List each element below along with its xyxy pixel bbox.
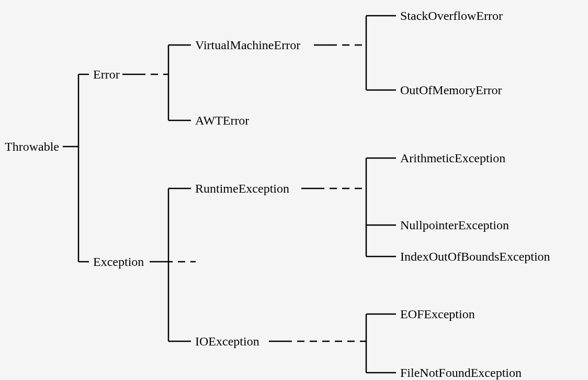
node-stackoverflowerror: StackOverflowError <box>400 9 503 22</box>
node-filenotfoundexception: FileNotFoundException <box>400 366 522 379</box>
node-error: Error <box>93 68 120 81</box>
node-ioexception: IOException <box>195 335 259 348</box>
node-nullpointerexception: NullpointerException <box>400 219 509 231</box>
node-indexoutofboundsexception: IndexOutOfBoundsException <box>400 250 550 263</box>
node-awterror: AWTError <box>195 114 249 127</box>
node-outofmemoryerror: OutOfMemoryError <box>400 84 502 96</box>
connector-lines <box>0 0 588 380</box>
hierarchy-diagram: Throwable Error Exception VirtualMachine… <box>0 0 588 380</box>
node-runtimeexception: RuntimeException <box>195 182 289 195</box>
node-throwable: Throwable <box>5 140 59 153</box>
node-exception: Exception <box>93 255 144 268</box>
node-arithmeticexception: ArithmeticException <box>400 152 505 164</box>
node-virtualmachineerror: VirtualMachineError <box>195 39 300 51</box>
node-eofexception: EOFException <box>400 308 475 320</box>
